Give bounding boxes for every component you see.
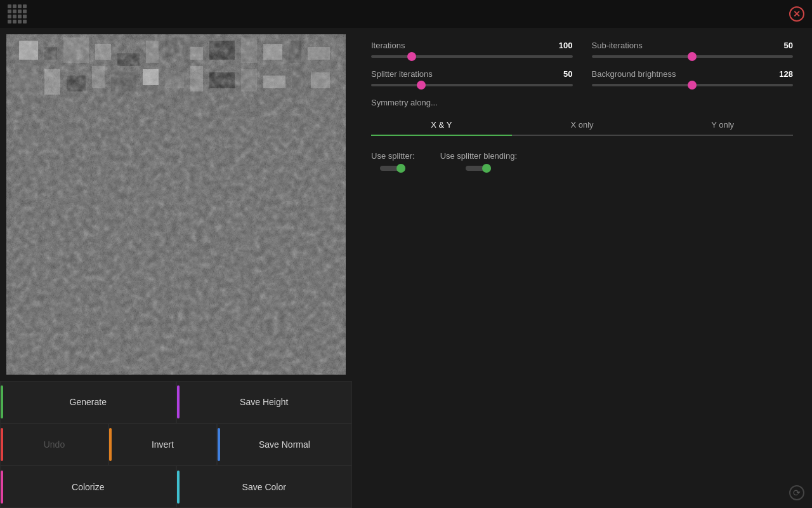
iterations-label: Iterations <box>371 41 405 50</box>
undo-button[interactable]: Undo <box>0 424 108 466</box>
invert-button[interactable]: Invert <box>108 424 217 466</box>
sub-iterations-label: Sub-iterations <box>592 41 643 50</box>
controls-panel: Iterations 100 Sub-iterations 50 <box>352 28 812 508</box>
svg-rect-29 <box>6 34 346 375</box>
tab-xy[interactable]: X & Y <box>371 115 512 136</box>
btn-row-1: Generate Save Height <box>0 381 352 424</box>
close-button[interactable]: ✕ <box>789 6 804 22</box>
undo-label: Undo <box>44 439 65 450</box>
save-normal-label: Save Normal <box>259 439 310 450</box>
sub-iterations-value: 50 <box>784 41 793 50</box>
main-content: Generate Save Height Undo Invert Save No… <box>0 28 812 508</box>
colorize-button[interactable]: Colorize <box>0 465 176 508</box>
use-splitter-blending-group: Use splitter blending: <box>440 151 517 171</box>
sub-iterations-thumb[interactable] <box>688 52 697 61</box>
sub-iterations-label-row: Sub-iterations 50 <box>592 41 794 50</box>
use-splitter-label: Use splitter: <box>371 151 415 161</box>
corner-refresh-icon[interactable]: ⟳ <box>789 485 804 500</box>
splitter-iterations-value: 50 <box>563 69 572 79</box>
splitter-iterations-thumb[interactable] <box>417 81 426 90</box>
symmetry-section: Symmetry along... X & Y X only Y only <box>371 98 793 136</box>
bg-brightness-label: Background brightness <box>592 69 676 79</box>
use-splitter-toggle[interactable] <box>380 166 405 171</box>
save-color-label: Save Color <box>242 482 286 492</box>
use-splitter-blending-label: Use splitter blending: <box>440 151 517 161</box>
btn-row-3: Colorize Save Color <box>0 465 352 508</box>
bg-brightness-thumb[interactable] <box>688 81 697 90</box>
save-color-button[interactable]: Save Color <box>176 465 353 508</box>
iterations-label-row: Iterations 100 <box>371 41 573 50</box>
bg-brightness-group: Background brightness 128 <box>592 69 794 86</box>
bg-brightness-slider[interactable] <box>592 84 794 86</box>
splitter-iterations-label: Splitter iterations <box>371 69 433 79</box>
tab-x-only[interactable]: X only <box>512 115 653 136</box>
top-sliders-row: Iterations 100 Sub-iterations 50 <box>371 41 793 58</box>
tab-y-only[interactable]: Y only <box>652 115 793 136</box>
top-bar: ✕ <box>0 0 812 28</box>
grid-icon[interactable] <box>8 4 27 23</box>
sub-iterations-slider[interactable] <box>592 55 794 58</box>
colorize-label: Colorize <box>72 482 104 492</box>
bg-brightness-value: 128 <box>779 69 793 79</box>
generate-label: Generate <box>70 397 107 407</box>
btn-row-2: Undo Invert Save Normal <box>0 424 352 466</box>
use-splitter-group: Use splitter: <box>371 151 415 171</box>
use-splitter-blending-knob <box>482 164 491 173</box>
use-splitter-knob <box>396 164 405 173</box>
splitter-iterations-slider[interactable] <box>371 84 573 86</box>
texture-display <box>6 34 346 375</box>
iterations-thumb[interactable] <box>407 52 416 61</box>
save-height-label: Save Height <box>240 397 288 407</box>
use-splitter-blending-toggle[interactable] <box>466 166 491 171</box>
canvas-panel: Generate Save Height Undo Invert Save No… <box>0 28 352 508</box>
save-normal-button[interactable]: Save Normal <box>217 424 352 466</box>
save-height-button[interactable]: Save Height <box>176 381 353 424</box>
symmetry-tabs: X & Y X only Y only <box>371 115 793 136</box>
iterations-slider[interactable] <box>371 55 573 58</box>
generate-button[interactable]: Generate <box>0 381 176 424</box>
splitter-iterations-group: Splitter iterations 50 <box>371 69 573 86</box>
iterations-value: 100 <box>559 41 573 50</box>
iterations-group: Iterations 100 <box>371 41 573 58</box>
bg-brightness-label-row: Background brightness 128 <box>592 69 794 79</box>
invert-label: Invert <box>152 439 174 450</box>
buttons-area: Generate Save Height Undo Invert Save No… <box>0 381 352 508</box>
symmetry-label: Symmetry along... <box>371 98 793 107</box>
splitter-label-row: Splitter iterations 50 <box>371 69 573 79</box>
toggles-row: Use splitter: Use splitter blending: <box>371 151 793 171</box>
canvas-area <box>6 34 346 375</box>
bottom-sliders-row: Splitter iterations 50 Background bright… <box>371 69 793 86</box>
sub-iterations-group: Sub-iterations 50 <box>592 41 794 58</box>
